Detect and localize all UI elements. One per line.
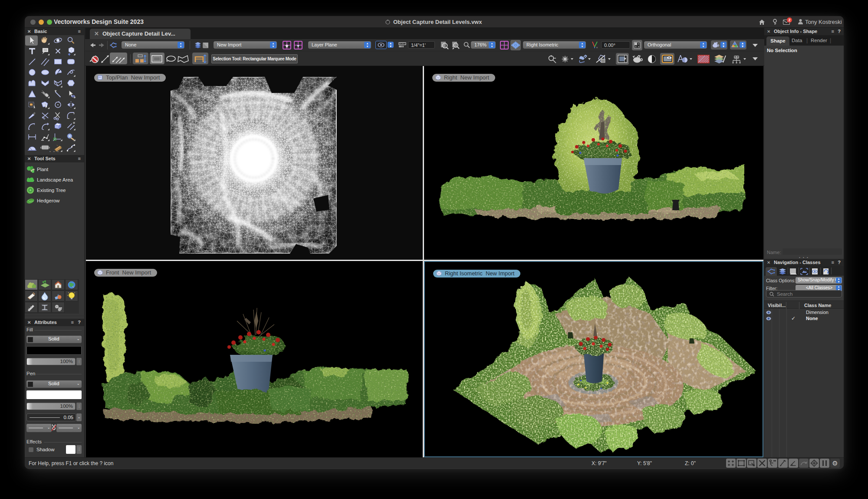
svg-text:x: x — [596, 46, 598, 49]
